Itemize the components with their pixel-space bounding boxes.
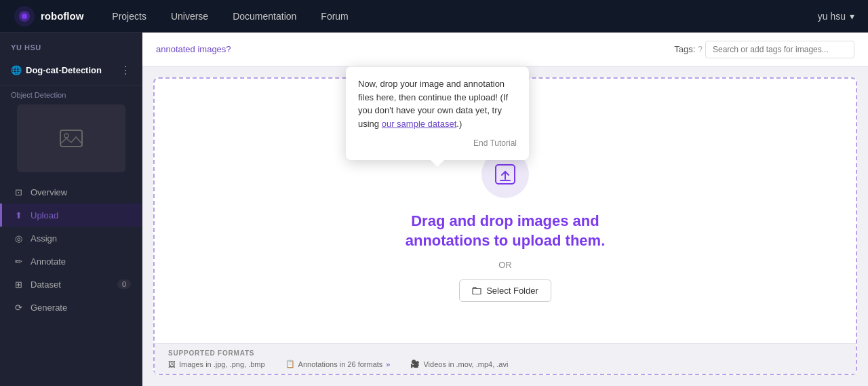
main-content: Now, drop your image and annotation file… bbox=[142, 33, 868, 386]
select-folder-label: Select Folder bbox=[486, 286, 538, 296]
overview-icon: ⊡ bbox=[13, 187, 24, 197]
sidebar: YU HSU 🌐 Dog-cat-Detection ⋮ Object Dete… bbox=[0, 33, 142, 386]
tags-input[interactable] bbox=[705, 41, 854, 58]
video-format-icon: 🎥 bbox=[410, 360, 420, 368]
user-name: yu hsu bbox=[818, 11, 846, 22]
generate-icon: ⟳ bbox=[13, 302, 24, 313]
user-menu[interactable]: yu hsu ▾ bbox=[818, 11, 854, 22]
annotation-format-icon: 📋 bbox=[285, 360, 295, 368]
formats-title: SUPPORTED FORMATS bbox=[168, 349, 842, 357]
logo[interactable]: roboflow bbox=[14, 5, 83, 27]
tooltip-text: Now, drop your image and annotation file… bbox=[358, 79, 508, 129]
sidebar-project: 🌐 Dog-cat-Detection ⋮ bbox=[0, 60, 142, 85]
end-tutorial-button[interactable]: End Tutorial bbox=[358, 137, 517, 149]
sidebar-label-assign: Assign bbox=[31, 233, 57, 244]
sidebar-label-overview: Overview bbox=[31, 187, 67, 197]
main-topbar: annotated images? Tags: ? bbox=[142, 33, 868, 66]
project-name[interactable]: Dog-cat-Detection bbox=[26, 65, 102, 75]
tags-label: Tags: bbox=[674, 44, 695, 54]
sidebar-item-assign[interactable]: ◎ Assign bbox=[0, 227, 142, 250]
logo-text: roboflow bbox=[41, 10, 83, 22]
annotate-icon: ✏ bbox=[13, 256, 24, 267]
upload-or: OR bbox=[498, 260, 512, 270]
sidebar-item-dataset[interactable]: ⊞ Dataset 0 bbox=[0, 273, 142, 296]
nav-forum[interactable]: Forum bbox=[317, 8, 352, 24]
topnav: roboflow Projects Universe Documentation… bbox=[0, 0, 868, 33]
format-images: 🖼 Images in .jpg, .png, .bmp bbox=[168, 360, 265, 368]
sidebar-item-overview[interactable]: ⊡ Overview bbox=[0, 180, 142, 204]
sidebar-label-generate: Generate bbox=[31, 303, 67, 313]
annotation-formats-link[interactable]: » bbox=[386, 360, 390, 368]
more-options-icon[interactable]: ⋮ bbox=[120, 64, 131, 77]
nav-universe[interactable]: Universe bbox=[167, 8, 212, 24]
svg-point-4 bbox=[64, 134, 68, 138]
svg-point-2 bbox=[22, 14, 27, 19]
dataset-icon: ⊞ bbox=[13, 279, 24, 290]
tags-help-icon: ? bbox=[698, 45, 703, 54]
nav-documentation[interactable]: Documentation bbox=[229, 8, 300, 24]
nav-projects[interactable]: Projects bbox=[108, 8, 151, 24]
tutorial-tooltip: Now, drop your image and annotation file… bbox=[346, 66, 529, 160]
dataset-badge: 0 bbox=[117, 279, 131, 289]
sidebar-label-dataset: Dataset bbox=[31, 279, 61, 290]
project-type: Object Detection bbox=[0, 91, 142, 99]
assign-icon: ◎ bbox=[13, 233, 24, 244]
upload-icon: ⬆ bbox=[13, 210, 24, 220]
image-format-icon: 🖼 bbox=[168, 360, 176, 368]
sidebar-item-generate[interactable]: ⟳ Generate bbox=[0, 296, 142, 319]
supported-formats: SUPPORTED FORMATS 🖼 Images in .jpg, .png… bbox=[155, 343, 856, 374]
main-layout: YU HSU 🌐 Dog-cat-Detection ⋮ Object Dete… bbox=[0, 33, 868, 386]
sidebar-item-upload[interactable]: ⬆ Upload bbox=[0, 204, 142, 227]
sidebar-label-annotate: Annotate bbox=[31, 256, 66, 267]
sidebar-username: YU HSU bbox=[0, 43, 142, 60]
select-folder-button[interactable]: Select Folder bbox=[459, 279, 551, 302]
sidebar-item-annotate[interactable]: ✏ Annotate bbox=[0, 250, 142, 273]
format-annotations: 📋 Annotations in 26 formats » bbox=[285, 360, 391, 368]
upload-title: Drag and drop images and annotations to … bbox=[406, 212, 606, 250]
sidebar-label-upload: Upload bbox=[31, 210, 58, 220]
tooltip-arrow bbox=[431, 160, 444, 167]
project-preview bbox=[17, 104, 125, 172]
chevron-down-icon: ▾ bbox=[850, 11, 854, 22]
annotated-images-link[interactable]: annotated images? bbox=[156, 44, 231, 54]
format-videos: 🎥 Videos in .mov, .mp4, .avi bbox=[410, 360, 508, 368]
sample-dataset-link[interactable]: our sample dataset bbox=[382, 119, 457, 129]
tags-area: Tags: ? bbox=[674, 41, 854, 58]
globe-icon: 🌐 bbox=[11, 65, 22, 75]
svg-rect-3 bbox=[60, 130, 82, 147]
